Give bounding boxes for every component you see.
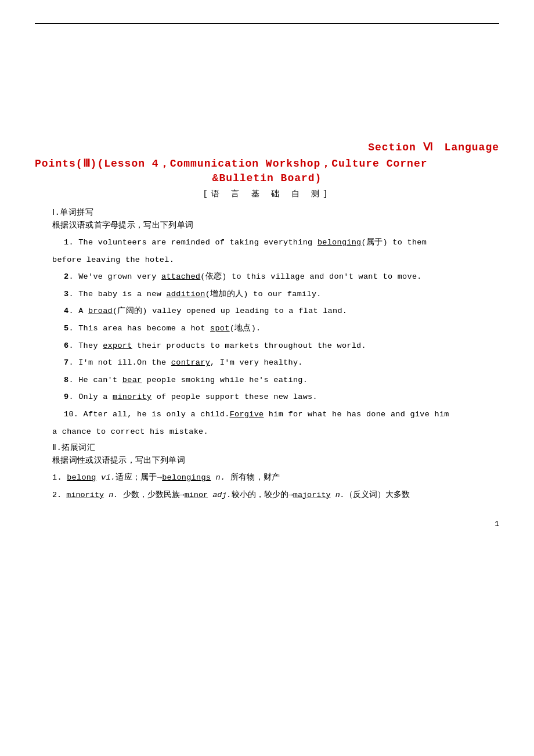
section-ii-label: Ⅱ.拓展词汇 [52, 442, 499, 453]
item-10-continuation: a chance to correct his mistake. [52, 426, 499, 438]
section-title-line1: Section Ⅵ Language [35, 140, 499, 154]
exercise-item-4: 4. A broad(广阔的) valley opened up leading… [64, 305, 499, 318]
item-answer-9: minority [113, 393, 151, 401]
section-i-instruction: 根据汉语或首字母提示，写出下列单词 [52, 220, 499, 231]
vocab-item-1: 1. belong vi.适应；属于→belongings n. 所有物，财产 [52, 471, 499, 484]
page-number: 1 [35, 520, 499, 528]
exercise-item-8: 8. He can't bear people smoking while he… [64, 374, 499, 387]
item-answer-2: attached [161, 272, 200, 281]
top-divider [35, 23, 499, 24]
item-answer-3: addition [166, 290, 205, 298]
section-title-line2: Points(Ⅲ)(Lesson 4，Communication Worksho… [35, 156, 499, 170]
exercise-item-9: 9. Only a minority of people support the… [64, 391, 499, 404]
exercise-item-3: 3. The baby is a new addition(增加的人) to o… [64, 288, 499, 301]
item-answer-5: spot [210, 324, 230, 333]
item-num-10: 10 [64, 410, 74, 419]
item-answer-4: broad [88, 307, 113, 315]
bracket-label: [语 言 基 础 自 测] [35, 189, 499, 199]
item-answer-1: belonging [317, 238, 362, 247]
vocab-word-2c: majority [293, 491, 331, 499]
section-ii-instruction: 根据词性或汉语提示，写出下列单词 [52, 455, 499, 466]
vocab-item-2: 2. minority n. 少数，少数民族→minor adj.较小的，较少的… [52, 489, 499, 502]
vocab-word-1b: belongings [162, 473, 211, 482]
exercise-item-7: 7. I'm not ill.On the contrary, I'm very… [64, 357, 499, 369]
item-answer-10: Forgive [230, 410, 264, 419]
exercise-item-6: 6. They export their products to markets… [64, 340, 499, 352]
exercise-item-5: 5. This area has become a hot spot(地点). [64, 322, 499, 335]
section-title-line3: &Bulletin Board) [35, 172, 499, 184]
vocab-word-1: belong [67, 473, 96, 482]
vocab-word-2b: minor [185, 491, 208, 499]
section-i-label: Ⅰ.单词拼写 [52, 207, 499, 218]
item-answer-8: bear [122, 376, 142, 384]
exercise-item-10: 10. After all, he is only a child.Forgiv… [64, 408, 499, 421]
item-1-continuation: before leaving the hotel. [52, 254, 499, 267]
exercise-item-2: 2. We've grown very attached(依恋) to this… [64, 271, 499, 283]
vocab-word-2a: minority [66, 491, 104, 499]
item-answer-7: contrary [171, 358, 210, 367]
exercise-item-1: 1. The volunteers are reminded of taking… [64, 236, 499, 249]
item-answer-6: export [103, 341, 132, 350]
